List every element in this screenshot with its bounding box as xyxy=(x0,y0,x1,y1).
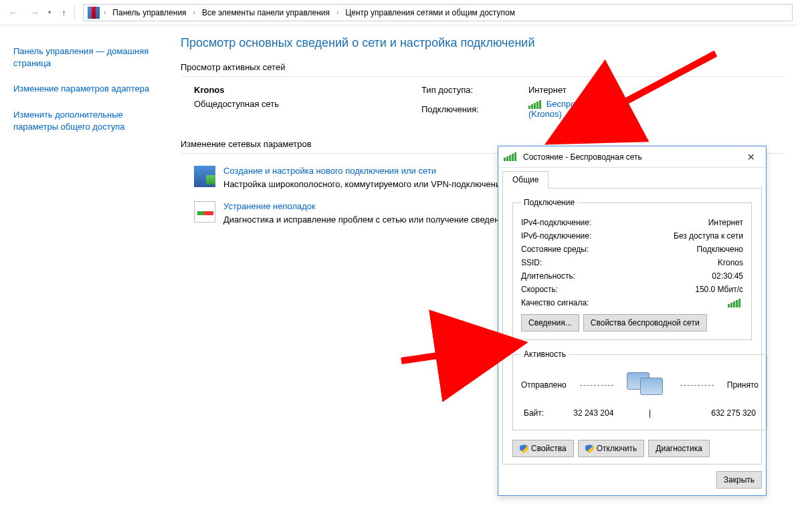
connection-link-line1: Беспроводная сеть xyxy=(546,99,624,109)
duration-label: Длительность: xyxy=(521,271,575,281)
troubleshoot-link[interactable]: Устранение неполадок xyxy=(223,201,316,211)
monitors-icon xyxy=(627,372,667,398)
breadcrumb-current[interactable]: Центр управления сетями и общим доступом xyxy=(342,7,518,19)
toolbar: ← → ▾ ↑ › Панель управления › Все элемен… xyxy=(0,0,798,25)
details-button[interactable]: Сведения... xyxy=(521,314,579,331)
signal-bars-icon xyxy=(504,152,516,161)
page-title: Просмотр основных сведений о сети и наст… xyxy=(181,36,785,50)
bytes-sent-value: 32 243 204 xyxy=(544,408,643,418)
nav-forward-button[interactable]: → xyxy=(27,5,43,21)
speed-value: 150.0 Мбит/с xyxy=(695,285,743,294)
chevron-right-icon: › xyxy=(335,9,340,16)
duration-value: 02:30:45 xyxy=(712,271,743,281)
dialog-titlebar[interactable]: Состояние - Беспроводная сеть ✕ xyxy=(498,146,766,168)
dash-icon xyxy=(680,385,714,386)
breadcrumb-root[interactable]: Панель управления xyxy=(110,7,189,19)
connection-link-line2: (Kronos) xyxy=(528,109,562,119)
connections-label: Подключения: xyxy=(421,104,528,114)
diagnose-button[interactable]: Диагностика xyxy=(648,440,710,457)
ipv4-label: IPv4-подключение: xyxy=(521,218,591,227)
chevron-right-icon: › xyxy=(192,9,197,16)
setup-connection-icon xyxy=(194,166,215,187)
network-type: Общедоступная сеть xyxy=(194,99,421,109)
ipv4-value: Интернет xyxy=(708,218,743,227)
activity-group: Активность Отправлено Принято Байт: 32 2… xyxy=(512,350,767,430)
tabbody: Подключение IPv4-подключение:Интернет IP… xyxy=(502,188,762,464)
breadcrumb-all[interactable]: Все элементы панели управления xyxy=(199,7,332,19)
activity-legend: Активность xyxy=(521,350,569,359)
sidebar-link-home[interactable]: Панель управления — домашняя страница xyxy=(13,45,154,70)
tab-general[interactable]: Общие xyxy=(502,171,548,188)
dialog-title: Состояние - Беспроводная сеть xyxy=(523,152,642,162)
bytes-recv-value: 632 275 320 xyxy=(657,408,756,418)
sidebar-link-sharing[interactable]: Изменить дополнительные параметры общего… xyxy=(13,109,154,133)
active-network-row: Kronos Общедоступная сеть Тип доступа: И… xyxy=(181,85,785,135)
chevron-right-icon: › xyxy=(102,9,107,16)
troubleshoot-icon xyxy=(194,201,215,223)
setup-connection-link[interactable]: Создание и настройка нового подключения … xyxy=(223,166,436,176)
wireless-status-dialog: Состояние - Беспроводная сеть ✕ Общие По… xyxy=(498,146,767,496)
connection-link[interactable]: Беспроводная сеть (Kronos) xyxy=(528,99,624,119)
signal-bars-icon xyxy=(528,100,541,109)
properties-button[interactable]: Свойства xyxy=(512,440,574,457)
ipv6-label: IPv6-подключение: xyxy=(521,231,591,241)
shield-icon xyxy=(585,444,594,453)
ssid-value: Kronos xyxy=(718,258,743,267)
network-name: Kronos xyxy=(194,85,421,95)
close-dialog-button[interactable]: Закрыть xyxy=(716,471,762,489)
dash-icon xyxy=(580,385,613,386)
connection-legend: Подключение xyxy=(521,198,577,207)
close-button[interactable]: ✕ xyxy=(742,149,761,165)
ssid-label: SSID: xyxy=(521,258,542,267)
nav-history-dropdown[interactable]: ▾ xyxy=(48,9,56,15)
sidebar-link-adapter[interactable]: Изменение параметров адаптера xyxy=(13,83,154,95)
bytes-label: Байт: xyxy=(524,408,544,418)
divider xyxy=(181,76,785,77)
shield-icon xyxy=(520,444,528,453)
speed-label: Скорость: xyxy=(521,285,558,294)
signal-bars-icon xyxy=(728,298,740,307)
sidebar: Панель управления — домашняя страница Из… xyxy=(0,25,167,532)
connection-group: Подключение IPv4-подключение:Интернет IP… xyxy=(512,198,752,340)
disable-button[interactable]: Отключить xyxy=(578,440,645,457)
toolbar-separator xyxy=(74,5,75,20)
state-label: Состояние среды: xyxy=(521,245,589,254)
bytes-sep: | xyxy=(643,408,657,418)
state-value: Подключено xyxy=(697,245,743,254)
access-type-value: Интернет xyxy=(528,85,567,95)
access-type-label: Тип доступа: xyxy=(421,85,528,95)
control-panel-icon xyxy=(88,7,100,19)
sent-label: Отправлено xyxy=(521,380,567,390)
wireless-properties-button[interactable]: Свойства беспроводной сети xyxy=(583,314,707,331)
breadcrumb[interactable]: › Панель управления › Все элементы панел… xyxy=(83,4,793,21)
signal-quality-label: Качество сигнала: xyxy=(521,298,589,307)
received-label: Принято xyxy=(727,380,759,390)
active-networks-label: Просмотр активных сетей xyxy=(181,62,785,72)
tabhost: Общие xyxy=(498,168,766,188)
nav-up-button[interactable]: ↑ xyxy=(62,7,66,18)
nav-back-button[interactable]: ← xyxy=(5,5,21,21)
ipv6-value: Без доступа к сети xyxy=(674,231,743,241)
